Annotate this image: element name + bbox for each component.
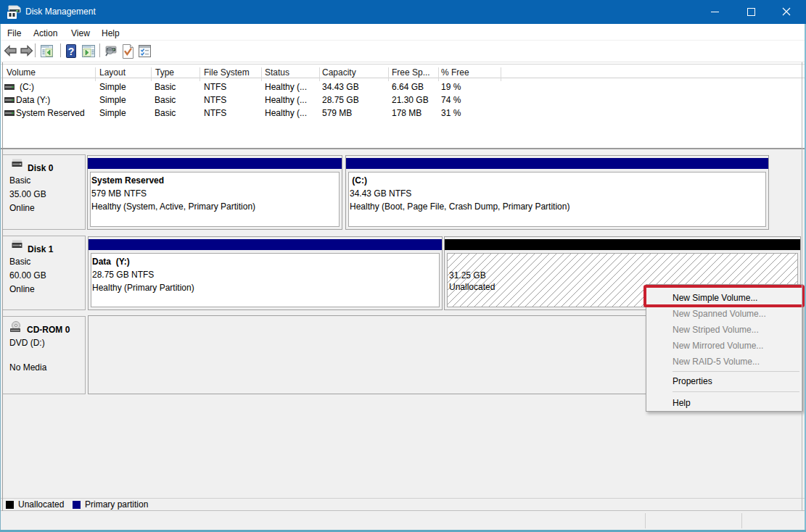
svg-text:?: ? [68, 46, 75, 57]
